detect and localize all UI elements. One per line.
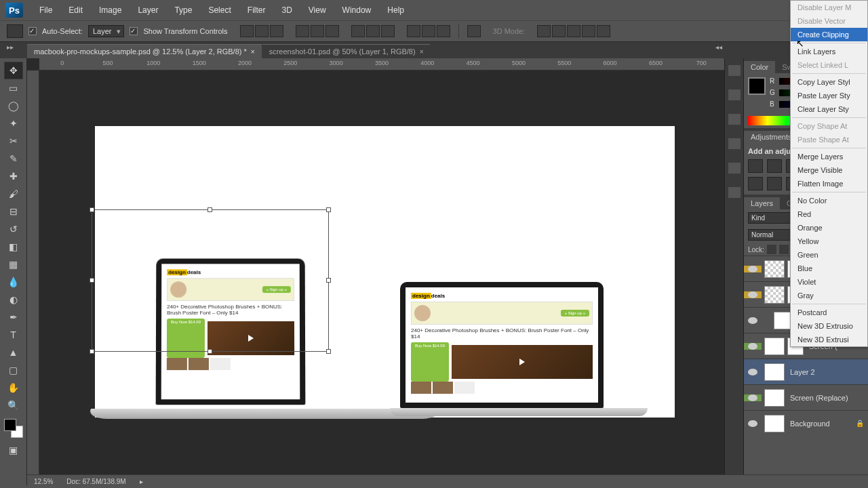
distribute-button[interactable] [407, 25, 420, 37]
menu-edit[interactable]: Edit [60, 5, 91, 15]
adjustment-icon[interactable] [748, 159, 763, 173]
wand-tool[interactable]: ✦ [5, 115, 22, 131]
visibility-eye-icon[interactable] [748, 420, 757, 427]
document-tab-active[interactable]: macbook-pro-mockups-sample.psd @ 12.5% (… [27, 44, 262, 58]
context-menu-item[interactable]: Red [791, 207, 867, 221]
layer-name[interactable]: Background [790, 420, 830, 428]
3d-button[interactable] [582, 25, 595, 37]
gradient-tool[interactable]: ▦ [5, 256, 22, 272]
status-arrow-icon[interactable]: ▸ [140, 478, 143, 485]
properties-panel-icon[interactable] [728, 187, 741, 198]
distribute-button[interactable] [437, 25, 450, 37]
align-button[interactable] [270, 25, 283, 37]
eraser-tool[interactable]: ◧ [5, 239, 22, 255]
align-button[interactable] [296, 25, 309, 37]
auto-select-checkbox[interactable] [28, 27, 37, 35]
adjustment-icon[interactable] [767, 159, 782, 173]
fg-bg-swatches[interactable] [4, 419, 23, 438]
menu-filter[interactable]: Filter [239, 5, 274, 15]
healing-tool[interactable]: ✚ [5, 168, 22, 184]
3d-button[interactable] [567, 25, 580, 37]
align-button[interactable] [255, 25, 269, 37]
context-menu-item[interactable]: Flatten Image [791, 177, 867, 190]
3d-button[interactable] [537, 25, 551, 37]
align-button[interactable] [240, 25, 254, 37]
pen-tool[interactable]: ✒ [5, 309, 22, 325]
close-icon[interactable]: × [420, 48, 424, 56]
layer-row[interactable]: Layer 2 [744, 359, 868, 384]
stamp-tool[interactable]: ⊟ [5, 203, 22, 220]
context-menu-item[interactable]: Copy Layer Styl [791, 75, 867, 89]
quick-mask-toggle[interactable]: ▣ [5, 442, 22, 458]
actions-panel-icon[interactable] [728, 114, 741, 125]
zoom-level[interactable]: 12.5% [34, 478, 53, 485]
color-tab[interactable]: Color [744, 61, 775, 73]
context-menu-item[interactable]: Merge Visible [791, 163, 867, 177]
fg-color-swatch[interactable] [4, 419, 16, 431]
menu-image[interactable]: Image [91, 5, 130, 15]
menu-window[interactable]: Window [334, 5, 380, 15]
context-menu-item[interactable]: Clear Layer Sty [791, 102, 867, 116]
context-menu-item[interactable]: Violet [791, 275, 867, 289]
distribute-button[interactable] [351, 25, 365, 37]
context-menu-item[interactable]: Blue [791, 262, 867, 275]
menu-view[interactable]: View [300, 5, 334, 15]
menu-3d[interactable]: 3D [273, 5, 300, 15]
menu-select[interactable]: Select [200, 5, 239, 15]
zoom-tool[interactable]: 🔍 [5, 397, 22, 413]
lasso-tool[interactable]: ◯ [5, 98, 22, 114]
menu-layer[interactable]: Layer [130, 5, 166, 15]
3d-button[interactable] [597, 25, 610, 37]
close-icon[interactable]: × [251, 48, 255, 56]
lock-transparency-icon[interactable] [767, 245, 776, 254]
layer-row[interactable]: Screen (Replace) [744, 384, 868, 410]
move-tool[interactable]: ✥ [5, 62, 22, 79]
path-select-tool[interactable]: ▲ [5, 344, 22, 361]
auto-align-button[interactable] [467, 25, 481, 37]
paragraph-panel-icon[interactable] [728, 89, 741, 100]
show-transform-checkbox[interactable] [130, 27, 138, 35]
canvas-area[interactable]: 0 500 1000 1500 2000 2500 3000 3500 4000… [27, 58, 724, 485]
context-menu-item[interactable]: Postcard [791, 306, 867, 319]
layer-thumbnail[interactable] [764, 415, 785, 432]
context-menu-item[interactable]: Yellow [791, 235, 867, 248]
context-menu-item[interactable]: New 3D Extrusi [791, 333, 867, 346]
context-menu-item[interactable]: New 3D Extrusio [791, 319, 867, 333]
visibility-eye-icon[interactable] [748, 369, 757, 375]
color-swatch[interactable] [748, 77, 766, 95]
marquee-tool[interactable]: ▭ [5, 80, 22, 96]
visibility-eye-icon[interactable] [748, 291, 757, 298]
menu-type[interactable]: Type [166, 5, 200, 15]
context-menu-item[interactable]: Paste Layer Sty [791, 89, 867, 102]
context-menu-item[interactable]: Orange [791, 221, 867, 235]
eyedropper-tool[interactable]: ✎ [5, 150, 22, 167]
layer-thumbnail[interactable] [764, 363, 785, 381]
collapse-icon[interactable]: ▸▸ [7, 43, 14, 51]
visibility-eye-icon[interactable] [748, 394, 757, 401]
collapse-icon[interactable]: ◂◂ [715, 43, 722, 51]
layer-name[interactable]: Screen (Replace) [790, 394, 848, 402]
context-menu-item[interactable]: Merge Layers [791, 150, 867, 163]
blur-tool[interactable]: 💧 [5, 274, 22, 290]
histogram-panel-icon[interactable] [728, 138, 741, 149]
history-brush-tool[interactable]: ↺ [5, 221, 22, 237]
shape-tool[interactable]: ▢ [5, 362, 22, 378]
layer-row[interactable]: Background🔒 [744, 410, 868, 436]
visibility-eye-icon[interactable] [748, 317, 757, 324]
adjustment-icon[interactable] [748, 177, 763, 190]
context-menu-item[interactable]: Link Layers [791, 45, 867, 58]
layer-thumbnail[interactable] [764, 286, 785, 304]
menu-file[interactable]: File [31, 5, 60, 15]
visibility-eye-icon[interactable] [748, 266, 757, 272]
visibility-eye-icon[interactable] [748, 343, 757, 350]
move-tool-icon[interactable] [7, 24, 23, 38]
navigator-panel-icon[interactable] [728, 163, 741, 174]
crop-tool[interactable]: ✂ [5, 133, 22, 149]
distribute-button[interactable] [422, 25, 435, 37]
character-panel-icon[interactable] [728, 65, 741, 76]
distribute-button[interactable] [381, 25, 395, 37]
layer-name[interactable]: Layer 2 [790, 368, 815, 376]
brush-tool[interactable]: 🖌 [5, 186, 22, 202]
lock-pixels-icon[interactable] [779, 245, 789, 254]
align-button[interactable] [311, 25, 324, 37]
